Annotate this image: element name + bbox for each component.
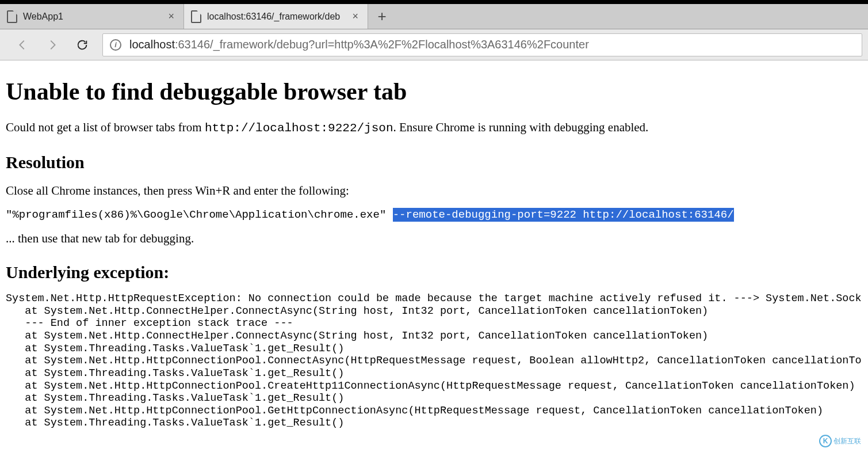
error-description: Could not get a list of browser tabs fro… [6, 119, 862, 136]
tab-title: localhost:63146/_framework/deb [207, 12, 350, 22]
close-icon[interactable]: × [350, 10, 361, 22]
refresh-icon [76, 39, 89, 51]
error-desc-suffix: . Ensure Chrome is running with debuggin… [393, 120, 649, 134]
back-button[interactable] [13, 35, 32, 55]
stack-trace: System.Net.Http.HttpRequestException: No… [6, 293, 862, 430]
watermark-text: 创新互联 [833, 436, 861, 446]
url-rest: :63146/_framework/debug?url=http%3A%2F%2… [175, 38, 589, 51]
address-bar[interactable]: i localhost:63146/_framework/debug?url=h… [102, 33, 862, 56]
page-title: Unable to find debuggable browser tab [6, 78, 862, 105]
cmd-unselected: "%programfiles(x86)%\Google\Chrome\Appli… [6, 208, 393, 221]
cmd-selected: --remote-debugging-port=9222 http://loca… [393, 208, 734, 222]
tab-webapp1[interactable]: WebApp1 × [0, 4, 184, 29]
error-url-code: http://localhost:9222/json [205, 121, 393, 135]
exception-heading: Underlying exception: [6, 263, 862, 282]
page-icon [7, 10, 17, 23]
page-content: Unable to find debuggable browser tab Co… [0, 60, 868, 430]
window-top-border [0, 0, 868, 4]
tab-debug-page[interactable]: localhost:63146/_framework/deb × [184, 4, 368, 29]
new-tab-button[interactable]: + [368, 4, 396, 29]
resolution-command: "%programfiles(x86)%\Google\Chrome\Appli… [6, 208, 862, 221]
site-info-icon[interactable]: i [110, 39, 121, 51]
error-desc-prefix: Could not get a list of browser tabs fro… [6, 120, 205, 134]
url-text: localhost:63146/_framework/debug?url=htt… [129, 38, 589, 51]
watermark: K 创新互联 [817, 434, 863, 449]
forward-button[interactable] [43, 35, 62, 55]
url-host: localhost [129, 38, 175, 51]
resolution-intro: Close all Chrome instances, then press W… [6, 183, 862, 199]
tab-title: WebApp1 [23, 12, 166, 22]
close-icon[interactable]: × [166, 10, 177, 22]
refresh-button[interactable] [72, 35, 92, 55]
resolution-outro: ... then use that new tab for debugging. [6, 230, 862, 246]
plus-icon: + [377, 7, 386, 25]
watermark-icon: K [819, 435, 832, 447]
page-icon [191, 10, 201, 23]
tabs-bar: WebApp1 × localhost:63146/_framework/deb… [0, 4, 868, 29]
nav-bar: i localhost:63146/_framework/debug?url=h… [0, 29, 868, 60]
resolution-heading: Resolution [6, 153, 862, 172]
